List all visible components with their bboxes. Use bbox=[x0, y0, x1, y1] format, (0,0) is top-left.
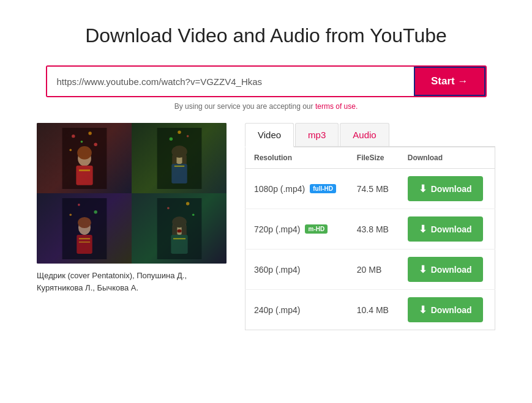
resolution-cell: 720p (.mp4)m-HD bbox=[245, 209, 348, 250]
thumb-cell-2 bbox=[132, 123, 227, 193]
svg-rect-19 bbox=[174, 165, 184, 166]
download-button[interactable]: ⬇Download bbox=[408, 216, 483, 242]
download-cell: ⬇Download bbox=[399, 290, 495, 330]
start-button[interactable]: Start → bbox=[414, 67, 485, 96]
tab-mp3[interactable]: mp3 bbox=[295, 123, 339, 146]
filesize-cell: 43.8 MB bbox=[348, 209, 399, 250]
svg-point-21 bbox=[78, 204, 80, 206]
resolution-cell: 1080p (.mp4)full-HD bbox=[245, 169, 348, 209]
svg-rect-18 bbox=[171, 164, 187, 183]
filesize-cell: 20 MB bbox=[348, 250, 399, 290]
download-cell: ⬇Download bbox=[399, 250, 495, 290]
search-bar: Start → bbox=[46, 65, 487, 97]
thumb-cell-3 bbox=[37, 193, 132, 264]
download-button[interactable]: ⬇Download bbox=[408, 257, 483, 282]
download-icon: ⬇ bbox=[419, 304, 427, 316]
thumb-cell-4 bbox=[132, 193, 227, 264]
table-row: 720p (.mp4)m-HD43.8 MB⬇Download bbox=[245, 209, 495, 250]
table-row: 1080p (.mp4)full-HD74.5 MB⬇Download bbox=[245, 169, 495, 209]
svg-point-11 bbox=[169, 137, 172, 140]
download-icon: ⬇ bbox=[419, 264, 427, 275]
terms-text: By using our service you are accepting o… bbox=[174, 102, 358, 111]
svg-point-5 bbox=[69, 149, 72, 151]
svg-point-8 bbox=[77, 146, 92, 160]
url-input[interactable] bbox=[47, 67, 414, 96]
thumb-cell-1 bbox=[37, 123, 132, 193]
page-title: Download Video and Audio from YouTube bbox=[37, 24, 495, 47]
tab-video[interactable]: Video bbox=[245, 123, 294, 147]
download-button[interactable]: ⬇Download bbox=[408, 176, 483, 201]
table-row: 360p (.mp4)20 MB⬇Download bbox=[245, 250, 495, 290]
resolution-cell: 360p (.mp4) bbox=[245, 250, 348, 290]
download-icon: ⬇ bbox=[419, 223, 427, 235]
svg-point-3 bbox=[80, 140, 83, 142]
svg-point-23 bbox=[69, 213, 72, 216]
resolution-cell: 240p (.mp4) bbox=[245, 290, 348, 330]
tabs: Video mp3 Audio bbox=[245, 123, 495, 147]
col-resolution: Resolution bbox=[245, 147, 348, 169]
svg-point-38 bbox=[177, 229, 181, 232]
download-section: Video mp3 Audio Resolution FileSize Down… bbox=[245, 123, 495, 330]
download-cell: ⬇Download bbox=[399, 209, 495, 250]
svg-point-31 bbox=[185, 202, 189, 205]
col-download: Download bbox=[399, 147, 495, 169]
page-wrapper: Download Video and Audio from YouTube St… bbox=[0, 0, 532, 349]
svg-point-30 bbox=[167, 207, 170, 209]
download-table: Resolution FileSize Download 1080p (.mp4… bbox=[245, 147, 495, 330]
download-button[interactable]: ⬇Download bbox=[408, 297, 483, 322]
svg-rect-39 bbox=[173, 238, 185, 239]
download-icon: ⬇ bbox=[419, 183, 427, 194]
svg-rect-27 bbox=[78, 238, 89, 239]
content-section: Щедрик (cover Pentatonix), Попушина Д., … bbox=[37, 123, 495, 330]
svg-point-25 bbox=[78, 216, 91, 227]
tab-audio[interactable]: Audio bbox=[340, 123, 389, 146]
video-thumbnail bbox=[37, 123, 227, 264]
thumbnail-section: Щедрик (cover Pentatonix), Попушина Д., … bbox=[37, 123, 227, 330]
table-row: 240p (.mp4)10.4 MB⬇Download bbox=[245, 290, 495, 330]
svg-rect-26 bbox=[77, 235, 92, 254]
download-cell: ⬇Download bbox=[399, 169, 495, 209]
svg-point-1 bbox=[72, 134, 75, 137]
terms-link[interactable]: terms of use. bbox=[315, 102, 358, 111]
svg-rect-7 bbox=[76, 165, 92, 185]
filesize-cell: 10.4 MB bbox=[348, 290, 399, 330]
svg-point-13 bbox=[178, 130, 181, 133]
svg-point-22 bbox=[94, 210, 97, 213]
search-section: Start → By using our service you are acc… bbox=[37, 65, 495, 111]
svg-point-12 bbox=[186, 135, 189, 137]
svg-point-2 bbox=[88, 131, 91, 135]
col-filesize: FileSize bbox=[348, 147, 399, 169]
svg-point-32 bbox=[192, 213, 194, 216]
svg-rect-37 bbox=[171, 235, 187, 254]
filesize-cell: 74.5 MB bbox=[348, 169, 399, 209]
svg-point-4 bbox=[94, 142, 97, 146]
svg-rect-28 bbox=[78, 241, 89, 242]
video-title: Щедрик (cover Pentatonix), Попушина Д., … bbox=[37, 270, 227, 294]
svg-rect-9 bbox=[78, 169, 89, 171]
